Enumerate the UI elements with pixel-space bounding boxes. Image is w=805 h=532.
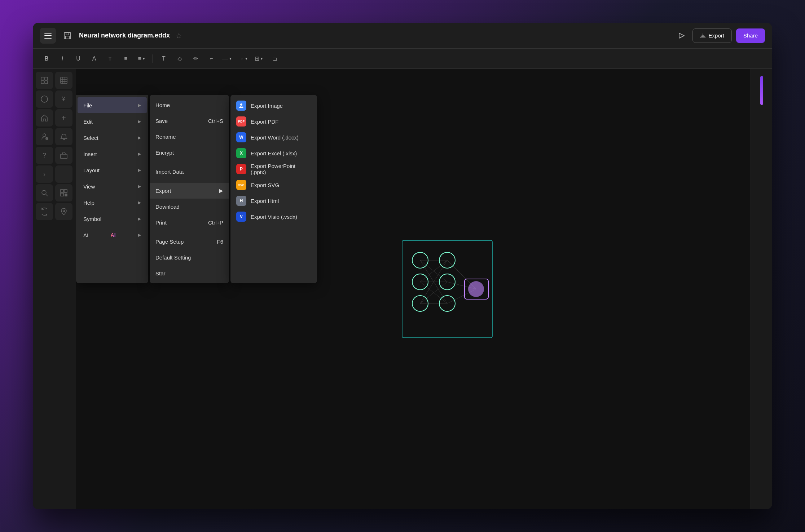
sidebar-search-icon-btn[interactable]	[36, 72, 53, 89]
chevron-right-icon: ▶	[138, 184, 141, 189]
sidebar-qr-icon-btn[interactable]	[55, 184, 72, 201]
menu-item-insert[interactable]: Insert ▶	[78, 146, 147, 162]
layout-tool[interactable]: ⊐	[268, 52, 281, 65]
file-menu-print[interactable]: Print Ctrl+P	[150, 214, 229, 230]
title-bar: Neural network diagram.eddx ☆ Export Sha…	[33, 23, 772, 49]
title-bar-actions: Export Share	[674, 28, 765, 43]
export-excel-item[interactable]: X Export Excel (.xlsx)	[230, 145, 317, 161]
file-menu-star[interactable]: Star	[150, 265, 229, 281]
export-svg-item[interactable]: SVG Export SVG	[230, 177, 317, 193]
italic-tool[interactable]: I	[56, 52, 69, 65]
file-title: Neural network diagram.eddx	[79, 32, 170, 39]
toolbar: B I U A T ≡ ≡▼ T ◇ ✏ ⌐ —▼ →▼ ⊞▼ ⊐	[33, 49, 772, 69]
hamburger-menu-button[interactable]	[40, 28, 56, 44]
svg-point-20	[42, 190, 46, 195]
export-html-icon: H	[236, 196, 246, 206]
file-menu-default-setting[interactable]: Default Setting	[150, 249, 229, 265]
file-menu-save[interactable]: Save Ctrl+S	[150, 113, 229, 129]
sidebar-person-icon-btn[interactable]	[36, 128, 53, 145]
menu-item-select[interactable]: Select ▶	[78, 130, 147, 146]
bold-tool[interactable]: B	[40, 52, 53, 65]
export-word-item[interactable]: W Export Word (.docx)	[230, 129, 317, 145]
svg-point-15	[43, 134, 46, 137]
svg-rect-19	[61, 154, 67, 159]
canvas-area[interactable]: File ▶ Edit ▶ Select ▶ Insert ▶	[76, 69, 751, 509]
svg-rect-1	[66, 32, 69, 35]
menu-item-edit[interactable]: Edit ▶	[78, 114, 147, 129]
svg-rect-8	[45, 81, 48, 84]
svg-point-50	[468, 281, 484, 297]
arrow-tool[interactable]: →▼	[237, 52, 250, 65]
export-image-icon	[236, 101, 246, 111]
svg-marker-3	[679, 33, 684, 38]
svg-rect-6	[45, 77, 48, 80]
sidebar-question-icon-btn[interactable]: ?	[36, 147, 53, 164]
sidebar-shop-icon-btn[interactable]	[55, 147, 72, 164]
export-pdf-icon: PDF	[236, 116, 246, 127]
svg-point-14	[41, 96, 48, 102]
sidebar-add-icon-btn[interactable]: +	[55, 109, 72, 127]
file-menu-encrypt[interactable]: Encrypt	[150, 145, 229, 160]
svg-rect-23	[64, 190, 67, 192]
sidebar-location-icon-btn[interactable]	[55, 203, 72, 220]
file-submenu: Home Save Ctrl+S Rename Encrypt Import D…	[150, 95, 229, 283]
text-tool[interactable]: T	[104, 52, 116, 65]
sidebar-search2-icon-btn[interactable]	[36, 184, 53, 201]
menu-item-layout[interactable]: Layout ▶	[78, 162, 147, 178]
sidebar-bell-icon-btn[interactable]	[55, 128, 72, 145]
file-menu-download[interactable]: Download	[150, 199, 229, 214]
pen-tool[interactable]: ✏	[189, 52, 202, 65]
export-excel-icon: X	[236, 148, 246, 158]
export-ppt-item[interactable]: P Export PowerPoint (.pptx)	[230, 161, 317, 177]
export-ppt-icon: P	[236, 164, 246, 174]
export-pdf-item[interactable]: PDF Export PDF	[230, 114, 317, 129]
svg-rect-7	[41, 81, 44, 84]
primary-menu: File ▶ Edit ▶ Select ▶ Insert ▶	[76, 95, 148, 283]
star-icon[interactable]: ☆	[176, 31, 182, 40]
connector-tool[interactable]: ⌐	[205, 52, 218, 65]
sidebar-empty-btn[interactable]	[55, 165, 72, 183]
underline-tool[interactable]: U	[72, 52, 85, 65]
export-visio-item[interactable]: V Export Visio (.vsdx)	[230, 209, 317, 225]
menu-item-file[interactable]: File ▶	[78, 97, 147, 113]
main-content: ¥ + ?	[33, 69, 772, 509]
play-button[interactable]	[674, 28, 688, 43]
export-image-item[interactable]: Export Image	[230, 98, 317, 114]
line-style-tool[interactable]: —▼	[221, 52, 234, 65]
sidebar-arrow-icon-btn[interactable]: ›	[36, 165, 53, 183]
grid-tool[interactable]: ⊞▼	[252, 52, 265, 65]
file-menu-export[interactable]: Export ▶	[150, 183, 229, 199]
file-menu-rename[interactable]: Rename	[150, 129, 229, 145]
chevron-right-icon: ▶	[138, 135, 141, 140]
export-html-item[interactable]: H Export Html	[230, 193, 317, 209]
svg-rect-28	[66, 195, 67, 196]
file-menu-page-setup[interactable]: Page Setup F6	[150, 234, 229, 249]
menu-item-symbol[interactable]: Symbol ▶	[78, 211, 147, 227]
sidebar-home-icon-btn[interactable]	[36, 109, 53, 127]
sidebar-currency-icon-btn[interactable]: ¥	[55, 90, 72, 108]
align-tool[interactable]: ≡	[119, 52, 132, 65]
chevron-right-icon: ▶	[219, 187, 223, 194]
file-menu-import[interactable]: Import Data	[150, 164, 229, 179]
menu-item-view[interactable]: View ▶	[78, 178, 147, 194]
shape-tool[interactable]: ◇	[173, 52, 186, 65]
export-visio-icon: V	[236, 212, 246, 222]
menu-item-ai[interactable]: AI AI ▶	[78, 227, 147, 243]
text-format-tool[interactable]: T	[157, 52, 170, 65]
sidebar-grid-icon-btn[interactable]	[55, 72, 72, 89]
svg-line-21	[46, 194, 48, 196]
export-button[interactable]: Export	[692, 28, 732, 43]
share-button[interactable]: Share	[736, 28, 765, 43]
svg-point-51	[240, 103, 242, 106]
svg-rect-26	[66, 194, 67, 195]
svg-rect-24	[61, 193, 63, 196]
font-color-tool[interactable]: A	[88, 52, 101, 65]
sidebar-refresh-icon-btn[interactable]	[36, 203, 53, 220]
chevron-right-icon: ▶	[138, 200, 141, 205]
file-menu-home[interactable]: Home	[150, 97, 229, 113]
chevron-right-icon: ▶	[138, 168, 141, 173]
align-vertical-tool[interactable]: ≡▼	[135, 52, 148, 65]
menu-item-help[interactable]: Help ▶	[78, 195, 147, 210]
svg-rect-2	[66, 36, 69, 39]
sidebar-circle-icon-btn[interactable]	[36, 90, 53, 108]
